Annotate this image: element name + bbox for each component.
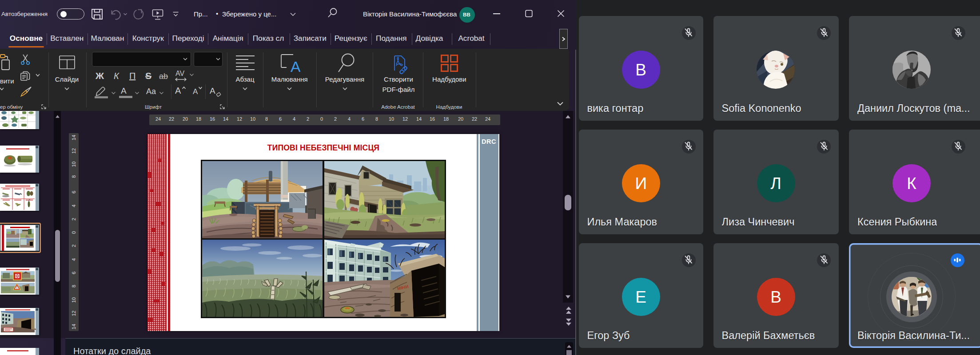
svg-text:A: A (291, 58, 300, 73)
